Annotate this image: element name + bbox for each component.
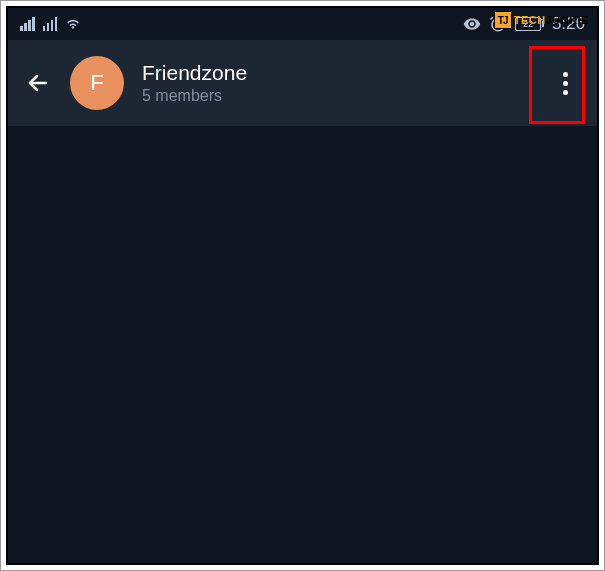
- watermark-logo-icon: TJ: [494, 11, 512, 29]
- app-header: F Friendzone 5 members: [8, 40, 597, 126]
- phone-screen: TJ TECHJUNKIE: [6, 6, 599, 565]
- watermark-tech-text: TECH: [514, 14, 546, 26]
- chat-avatar[interactable]: F: [70, 56, 124, 110]
- watermark: TJ TECHJUNKIE: [494, 11, 589, 29]
- avatar-letter: F: [90, 70, 103, 96]
- eye-icon: [463, 15, 481, 33]
- more-options-button[interactable]: [543, 53, 587, 113]
- chat-members-count: 5 members: [142, 87, 525, 105]
- chat-info[interactable]: Friendzone 5 members: [142, 61, 525, 105]
- signal-icon-1: [20, 17, 35, 31]
- more-icon: [563, 72, 568, 95]
- back-button[interactable]: [24, 69, 52, 97]
- status-left: [20, 17, 81, 31]
- signal-icon-2: [43, 17, 58, 31]
- chat-title: Friendzone: [142, 61, 525, 85]
- watermark-junkie-text: JUNKIE: [546, 14, 589, 26]
- back-arrow-icon: [26, 71, 50, 95]
- wifi-icon: [65, 17, 81, 31]
- outer-frame: TJ TECHJUNKIE: [0, 0, 605, 571]
